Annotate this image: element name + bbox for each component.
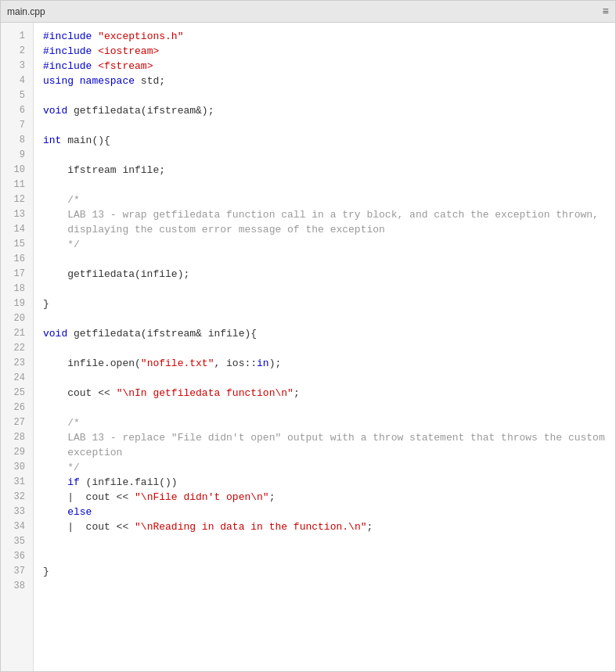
- line-number: 23: [1, 356, 33, 371]
- line-number: 27: [1, 415, 33, 430]
- line-number: 18: [1, 282, 33, 296]
- line-number: 25: [1, 386, 33, 401]
- line-numbers: 1234567891011121314151617181920212223242…: [1, 23, 34, 671]
- editor-window: main.cpp ≡ 12345678910111213141516171819…: [0, 0, 616, 672]
- line-number: 26: [1, 401, 33, 415]
- code-line: getfiledata(infile);: [43, 267, 615, 282]
- code-line: /*: [43, 192, 615, 207]
- code-line: [43, 178, 615, 192]
- code-line: void getfiledata(ifstream&);: [43, 103, 615, 118]
- code-line: [43, 311, 615, 326]
- line-number: 30: [1, 460, 33, 475]
- file-title: main.cpp: [7, 6, 45, 17]
- code-line: [43, 341, 615, 356]
- code-line: #include <fstream>: [43, 59, 615, 74]
- line-number: 28: [1, 430, 33, 445]
- code-line: displaying the custom error message of t…: [43, 222, 615, 237]
- code-line: LAB 13 - wrap getfiledata function call …: [43, 207, 615, 222]
- line-number: 5: [1, 88, 33, 103]
- line-number: 29: [1, 445, 33, 460]
- code-line: }: [43, 564, 615, 579]
- line-number: 7: [1, 118, 33, 133]
- line-number: 36: [1, 549, 33, 564]
- line-number: 20: [1, 311, 33, 326]
- code-line: if (infile.fail()): [43, 475, 615, 490]
- line-number: 16: [1, 252, 33, 267]
- code-line: [43, 609, 615, 623]
- code-line: #include <iostream>: [43, 44, 615, 59]
- code-area: 1234567891011121314151617181920212223242…: [1, 23, 615, 671]
- line-number: 24: [1, 371, 33, 386]
- line-number: 13: [1, 207, 33, 222]
- code-line: int main(){: [43, 133, 615, 148]
- code-line: [43, 282, 615, 296]
- line-number: 33: [1, 505, 33, 519]
- line-number: 3: [1, 59, 33, 74]
- menu-icon[interactable]: ≡: [603, 5, 609, 18]
- line-number: 21: [1, 326, 33, 341]
- line-number: 14: [1, 222, 33, 237]
- line-number: 10: [1, 163, 33, 178]
- code-line: [43, 371, 615, 386]
- code-line: [43, 148, 615, 163]
- code-line: infile.open("nofile.txt", ios::in);: [43, 356, 615, 371]
- code-line: */: [43, 460, 615, 475]
- line-number: 34: [1, 519, 33, 534]
- line-number: 4: [1, 74, 33, 88]
- code-content[interactable]: #include "exceptions.h"#include <iostrea…: [34, 23, 615, 671]
- line-number: 15: [1, 237, 33, 252]
- line-number: 12: [1, 192, 33, 207]
- code-line: [43, 594, 615, 609]
- code-line: */: [43, 237, 615, 252]
- code-line: }: [43, 296, 615, 311]
- line-number: 38: [1, 579, 33, 594]
- code-line: | cout << "\nReading in data in the func…: [43, 519, 615, 534]
- code-line: exception: [43, 445, 615, 460]
- line-number: 2: [1, 44, 33, 59]
- line-number: 32: [1, 490, 33, 505]
- line-number: 9: [1, 148, 33, 163]
- code-line: | cout << "\nFile didn't open\n";: [43, 490, 615, 505]
- line-number: 37: [1, 564, 33, 579]
- code-line: [43, 549, 615, 564]
- code-line: #include "exceptions.h": [43, 29, 615, 44]
- line-number: 11: [1, 178, 33, 192]
- code-line: [43, 401, 615, 415]
- code-line: [43, 252, 615, 267]
- code-line: LAB 13 - replace "File didn't open" outp…: [43, 430, 615, 445]
- code-line: [43, 534, 615, 549]
- line-number: 31: [1, 475, 33, 490]
- line-number: 17: [1, 267, 33, 282]
- code-line: else: [43, 505, 615, 519]
- line-number: 19: [1, 296, 33, 311]
- code-line: void getfiledata(ifstream& infile){: [43, 326, 615, 341]
- line-number: 6: [1, 103, 33, 118]
- code-line: /*: [43, 415, 615, 430]
- line-number: 8: [1, 133, 33, 148]
- code-line: cout << "\nIn getfiledata function\n";: [43, 386, 615, 401]
- code-line: ifstream infile;: [43, 163, 615, 178]
- line-number: 35: [1, 534, 33, 549]
- line-number: 1: [1, 29, 33, 44]
- code-line: [43, 88, 615, 103]
- code-line: using namespace std;: [43, 74, 615, 88]
- title-bar: main.cpp ≡: [1, 1, 615, 23]
- code-line: [43, 118, 615, 133]
- code-line: [43, 579, 615, 594]
- line-number: 22: [1, 341, 33, 356]
